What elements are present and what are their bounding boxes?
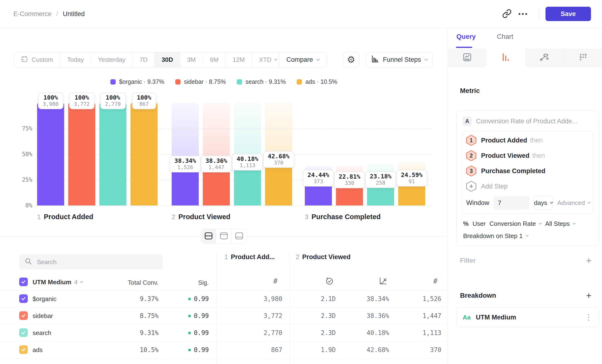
date-range-today[interactable]: Today [60, 52, 91, 67]
date-range-6m[interactable]: 6M [203, 52, 226, 67]
view-toggle-split-view[interactable] [201, 229, 216, 243]
tab-query[interactable]: Query [456, 33, 476, 41]
funnel-bar-sidebar-step1[interactable] [68, 103, 95, 205]
count-column-icon[interactable]: # [430, 276, 441, 286]
query-step-2[interactable]: 2Product Viewedthen [466, 148, 589, 163]
share-link-button[interactable] [499, 6, 515, 21]
window-value-input[interactable] [494, 196, 529, 209]
chart-type-button[interactable]: Funnel Steps [366, 52, 433, 67]
measure-metric-select[interactable]: Conversion Rate [489, 220, 541, 227]
date-range-yesterday[interactable]: Yesterday [91, 52, 133, 67]
table-step2-column-header[interactable]: 2Product Viewed [296, 253, 351, 261]
conversion-column-icon[interactable] [378, 276, 389, 286]
row-checkbox[interactable] [19, 345, 28, 354]
y-axis-tick: 25% [10, 176, 32, 183]
advanced-toggle[interactable]: Advanced [557, 199, 590, 207]
bar-value-label: 100%3,772 [69, 92, 94, 109]
funnel-bar-search-step1[interactable] [99, 103, 126, 205]
legend-label: $organic · 9.37% [119, 78, 164, 85]
legend-label: sidebar · 8.75% [184, 78, 226, 85]
bar-pct-value: 100% [137, 94, 151, 101]
select-all-checkbox[interactable] [19, 278, 28, 286]
step-event-name: Purchase Completed [481, 167, 546, 175]
significance-value: 0.99 [194, 295, 209, 302]
bar-count-value: 1,113 [236, 162, 258, 168]
legend-item-ads[interactable]: ads · 10.5% [297, 78, 337, 85]
tab-insights-chart[interactable] [448, 48, 487, 67]
add-step-label: Add Step [481, 183, 508, 190]
legend-item-search[interactable]: search · 9.31% [237, 78, 286, 85]
page-title[interactable]: Untitled [63, 10, 85, 18]
table-row-search[interactable]: search9.31%0.992,7702.3D40.18%1,113 [0, 324, 448, 341]
bar-value-label: 24.59%91 [396, 170, 427, 187]
query-step-3[interactable]: 3Purchase Completed [466, 163, 589, 179]
string-type-icon: Aa [463, 314, 471, 321]
avg-time-column-icon[interactable] [324, 276, 335, 286]
total-conv-header[interactable]: Total Conv. [96, 279, 159, 286]
breadcrumb: E-Commerce / Untitled [13, 10, 85, 18]
funnel-steps-editor: 1Product Addedthen2Product Viewedthen3Pu… [462, 131, 593, 214]
window-unit-select[interactable]: days [534, 196, 553, 210]
view-layout-toggle [201, 229, 247, 244]
gridline [36, 205, 432, 206]
row-significance: 0.99 [168, 312, 209, 320]
chevron-down-icon [587, 201, 591, 204]
date-range-3m[interactable]: 3M [180, 52, 203, 67]
row-checkbox[interactable] [19, 294, 28, 303]
breadcrumb-separator: / [56, 10, 58, 18]
date-range-group: CustomTodayYesterday7D30D3M6M12MXTD [13, 52, 284, 67]
more-options-button[interactable]: ••• [515, 8, 532, 20]
funnel-bar-ads-step1[interactable] [130, 103, 158, 205]
step-number: 2 [172, 213, 175, 221]
step-then-label: then [530, 137, 543, 144]
breakdown-column-header[interactable]: UTM Medium 4 [32, 278, 83, 286]
metric-title-row[interactable]: A Conversion Rate of Product Adde... [463, 117, 593, 126]
table-row-organic[interactable]: $organic9.37%0.993,9802.1D38.34%1,526 [0, 290, 448, 307]
save-button[interactable]: Save [546, 7, 591, 21]
row-total-conv: 8.75% [96, 312, 159, 320]
breakdown-scope-select[interactable]: Breakdown on Step 1 [463, 232, 593, 240]
table-row-sidebar[interactable]: sidebar8.75%0.993,7722.3D38.36%1,447 [0, 307, 448, 324]
legend-item-sidebar[interactable]: sidebar · 8.75% [175, 78, 226, 85]
count-column-icon[interactable]: # [270, 276, 281, 286]
funnel-bar-organic-step1[interactable] [37, 103, 64, 205]
step-name: Purchase Completed [312, 213, 380, 221]
view-toggle-chart-only[interactable] [216, 229, 232, 243]
query-step-1[interactable]: 1Product Addedthen [466, 133, 589, 148]
tab-journeys[interactable] [525, 48, 564, 67]
measure-scope-select[interactable]: All Steps [545, 220, 575, 227]
row-checkbox[interactable] [19, 311, 28, 320]
filter-section-header: Filter + [460, 256, 591, 265]
date-range-7d[interactable]: 7D [133, 52, 155, 67]
breadcrumb-workspace[interactable]: E-Commerce [13, 10, 52, 18]
view-toggle-table-only[interactable] [232, 229, 247, 243]
row-checkbox[interactable] [19, 328, 28, 337]
significance-value: 0.99 [194, 312, 209, 320]
kebab-menu-icon[interactable]: ⋮ [585, 313, 592, 322]
search-input[interactable] [36, 258, 158, 266]
row-name: sidebar [32, 312, 53, 320]
chevron-down-icon [550, 201, 553, 204]
add-step-row[interactable]: + Add Step [466, 179, 589, 194]
breakdown-property-card[interactable]: Aa UTM Medium ⋮ [456, 307, 599, 327]
row-step2-count: 1,526 [398, 295, 441, 302]
bar-count-value: 370 [268, 160, 289, 166]
funnel-bar-ads-step2[interactable] [265, 162, 292, 205]
table-row-ads[interactable]: ads10.5%0.998671.9D42.68%370 [0, 341, 448, 358]
tab-funnel[interactable] [487, 48, 525, 67]
add-breakdown-button[interactable]: + [586, 291, 591, 300]
measure-entity[interactable]: User [473, 220, 486, 227]
date-range-12m[interactable]: 12M [226, 52, 252, 67]
compare-button[interactable]: Compare [279, 52, 327, 67]
date-range-custom[interactable]: Custom [14, 52, 60, 67]
tab-retention[interactable] [564, 48, 602, 67]
chart-settings-button[interactable]: ⚙ [343, 52, 359, 67]
date-range-30d[interactable]: 30D [155, 52, 180, 67]
tab-chart[interactable]: Chart [497, 33, 513, 41]
table-step1-column-header[interactable]: 1Product Add... [224, 253, 275, 261]
sig-header[interactable]: Sig. [168, 279, 209, 286]
bar-count-value: 91 [401, 178, 422, 184]
add-filter-button[interactable]: + [586, 256, 591, 265]
legend-item-organic[interactable]: $organic · 9.37% [110, 78, 164, 85]
row-conversion: 42.68% [347, 346, 389, 353]
